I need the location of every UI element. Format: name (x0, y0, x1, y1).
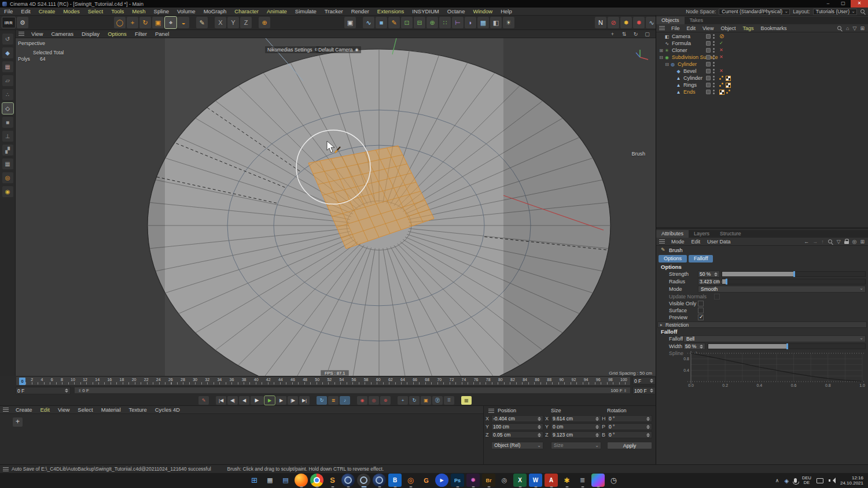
shield-g-icon[interactable]: G (420, 474, 433, 487)
enable-toggle-dots[interactable] (713, 69, 715, 74)
enable-axis-icon[interactable]: ⊥ (2, 131, 13, 142)
tab-layers[interactable]: Layers (689, 230, 715, 238)
access-icon[interactable]: A (545, 474, 558, 487)
play-sound-button[interactable]: ♪ (340, 396, 350, 405)
coordinate-field-x-1[interactable]: 9.614 cm (551, 415, 601, 422)
microphone-icon[interactable] (794, 478, 797, 483)
enable-toggle-dots[interactable] (713, 83, 715, 88)
enable-toggle-dots[interactable] (713, 41, 715, 46)
layer-toggle-icon[interactable] (706, 55, 711, 60)
viewport-menu-view[interactable]: View (27, 30, 47, 38)
menu-insydium[interactable]: INSYDIUM (408, 8, 443, 16)
render-view-button[interactable]: ▣ (344, 17, 356, 28)
prev-key-button[interactable]: ◀| (227, 396, 238, 405)
add-panel-icon[interactable]: ⊞ (860, 239, 865, 245)
menu-character[interactable]: Character (230, 8, 263, 16)
radius-slider[interactable] (722, 279, 866, 284)
material-menu-select[interactable]: Select (73, 406, 97, 414)
bridge-icon[interactable]: Br (482, 474, 495, 487)
pan-view-icon[interactable]: + (609, 30, 616, 38)
menu-mesh[interactable]: Mesh (128, 8, 149, 16)
checker-tag-icon[interactable] (726, 76, 731, 81)
tab-takes[interactable]: Takes (685, 17, 709, 24)
keyframe-add-button[interactable]: ⊕ (380, 396, 391, 405)
word-icon[interactable]: W (529, 474, 542, 487)
workplane-grid-icon[interactable]: ▦ (2, 158, 13, 169)
spinner-icon[interactable] (595, 432, 599, 438)
coordinate-field-p-2[interactable]: 0 ° (607, 423, 652, 430)
mode-dropdown[interactable]: Smooth (698, 286, 866, 293)
spinner-icon[interactable] (650, 378, 654, 384)
irr-button[interactable]: IRR (2, 17, 16, 28)
x-axis-lock[interactable]: X (215, 17, 226, 28)
attributes-menu-user-data[interactable]: User Data (704, 238, 734, 246)
render-settings-gear-button[interactable]: ⚙ (17, 17, 28, 28)
objects-menu-edit[interactable]: Edit (683, 24, 700, 32)
dots-tag-icon[interactable] (719, 76, 724, 80)
tray-app-icon[interactable]: ◈ (784, 478, 789, 484)
workplane-mode-icon[interactable]: ▱ (2, 75, 13, 86)
enable-toggle-dots[interactable] (713, 48, 715, 53)
menu-volume[interactable]: Volume (173, 8, 200, 16)
width-field[interactable]: 50 % (683, 343, 705, 350)
goto-end-button[interactable]: ▶| (299, 396, 310, 405)
strength-field[interactable]: 50 % (698, 271, 720, 278)
start-button[interactable]: ⊞ (248, 474, 261, 487)
cinema4d-icon-2[interactable] (373, 474, 386, 487)
chrome-icon[interactable] (310, 474, 323, 487)
range-end-field[interactable]: 100 F (632, 387, 656, 394)
texture-mode-icon[interactable]: ▦ (2, 61, 13, 72)
clock-app-icon[interactable]: ◷ (607, 474, 620, 487)
polygons-mode-icon[interactable]: ■ (2, 117, 13, 128)
viewport-panel-menu-icon[interactable] (19, 32, 24, 36)
restriction-section-bar[interactable]: Restriction (657, 321, 867, 328)
spinner-icon[interactable] (646, 424, 650, 430)
up-arrow-icon[interactable]: ↑ (821, 239, 824, 245)
menu-octane[interactable]: Octane (443, 8, 469, 16)
check-tag-icon[interactable]: ✓ (719, 40, 723, 46)
creative-app-icon[interactable]: ✹ (466, 474, 480, 487)
display-icon[interactable] (816, 478, 823, 483)
filter-icon[interactable]: ▽ (837, 239, 841, 245)
coordinate-field-h-2[interactable]: 0 ° (607, 415, 652, 422)
add-object-icon[interactable]: ⊞ (860, 25, 865, 31)
spinner-icon[interactable] (538, 416, 542, 422)
filter-icon[interactable]: ▽ (853, 25, 857, 31)
z-axis-lock[interactable]: Z (240, 17, 252, 28)
range-grip-right[interactable]: ‖ (624, 388, 626, 393)
photos-icon[interactable] (591, 474, 605, 487)
cross-tag-icon[interactable]: ✕ (719, 47, 723, 53)
record-active-objects-button[interactable]: ◎ (369, 396, 379, 405)
layer-toggle-icon[interactable] (706, 62, 711, 66)
attributes-menu-edit[interactable]: Edit (688, 238, 704, 246)
material-menu-material[interactable]: Material (97, 406, 125, 414)
record-parameter-button[interactable]: Ⓟ (432, 396, 443, 405)
metaball-button[interactable]: ◗ (465, 17, 476, 28)
spinner-icon[interactable] (646, 432, 650, 438)
expander-icon[interactable]: ⊟ (664, 62, 670, 67)
language-indicator[interactable]: DEUDE (802, 476, 811, 486)
field-button[interactable]: ⊢ (452, 17, 464, 28)
preview-range-track[interactable]: ‖0 F 100 F‖ (74, 387, 631, 394)
maximize-button[interactable]: ▢ (836, 0, 851, 8)
keyframe-mode-button[interactable]: ▦ (461, 396, 472, 405)
circle-logo-icon[interactable]: ◎ (498, 474, 511, 487)
viewport-menu-panel[interactable]: Panel (151, 30, 173, 38)
object-row-camera[interactable]: ◧Camera⊘ (656, 33, 868, 40)
falloff-dropdown[interactable]: Bell (683, 335, 866, 342)
size-mode-dropdown[interactable]: Size (551, 442, 601, 449)
timeline-ruler[interactable]: 0246810121416182022242628303234363840424… (16, 376, 631, 386)
octane-render-button[interactable]: ✹ (620, 17, 632, 28)
spinner-icon[interactable] (538, 432, 542, 438)
octane-live-button[interactable]: ✹ (633, 17, 645, 28)
play-button[interactable]: ▶ (251, 396, 263, 405)
commander-coin-icon[interactable]: ◉ (2, 186, 13, 197)
brush-tool[interactable]: ✎ (196, 17, 208, 28)
panel-splitter[interactable] (656, 227, 868, 229)
spline-pen-button[interactable]: ✎ (388, 17, 400, 28)
viewport-menu-options[interactable]: Options (104, 30, 131, 38)
loop-playback-button[interactable]: ↻ (317, 396, 327, 405)
play-forward-button[interactable]: ▶ (264, 396, 275, 405)
orbit-view-icon[interactable]: ↻ (632, 30, 639, 38)
model-mode-icon[interactable]: ◆ (2, 47, 13, 58)
